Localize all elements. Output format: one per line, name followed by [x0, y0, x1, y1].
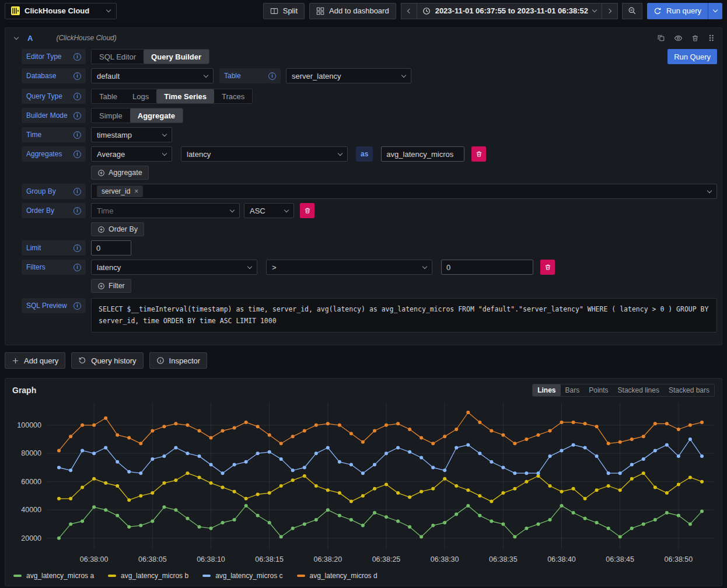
add-aggregate-button[interactable]: Aggregate — [91, 166, 149, 180]
time-row: Time timestamp — [22, 127, 717, 142]
time-range-forward-button[interactable] — [602, 3, 618, 19]
zoom-out-button[interactable] — [622, 3, 642, 19]
editor-type-toggle: SQL Editor Query Builder — [91, 49, 209, 64]
time-range-button[interactable]: 2023-11-01 06:37:55 to 2023-11-01 06:38:… — [417, 3, 602, 19]
add-to-dashboard-label: Add to dashboard — [329, 6, 389, 15]
info-icon — [74, 72, 81, 80]
group-by-tag: server_id× — [97, 186, 143, 197]
drag-handle-icon[interactable] — [708, 34, 715, 42]
svg-text:06:38:40: 06:38:40 — [547, 555, 576, 564]
limit-input[interactable] — [91, 240, 131, 256]
aggregate-column-select[interactable]: latency — [181, 146, 348, 162]
editor-run-query-button[interactable]: Run Query — [667, 49, 717, 64]
query-ref-id: A — [27, 34, 33, 43]
query-history-button[interactable]: Query history — [71, 352, 143, 369]
datasource-picker[interactable]: ClickHouse Cloud — [5, 3, 117, 19]
chevron-down-icon — [707, 188, 712, 192]
add-filter-button[interactable]: Filter — [91, 279, 131, 293]
svg-text:06:38:00: 06:38:00 — [80, 555, 109, 564]
builder-mode-aggregate[interactable]: Aggregate — [130, 108, 183, 123]
collapse-query-button[interactable] — [12, 35, 20, 41]
filter-value-input[interactable] — [441, 260, 533, 275]
filter-field-select[interactable]: latency — [91, 260, 257, 275]
remove-order-by-button[interactable] — [300, 203, 314, 218]
time-range-back-button[interactable] — [401, 3, 417, 19]
run-query-button[interactable]: Run query — [647, 3, 708, 19]
remove-filter-button[interactable] — [540, 260, 555, 275]
graph-mode-stacked-bars[interactable]: Stacked bars — [664, 384, 714, 396]
query-type-table[interactable]: Table — [92, 89, 125, 103]
add-to-dashboard-button[interactable]: Add to dashboard — [309, 3, 396, 19]
legend-item[interactable]: avg_latency_micros b — [108, 572, 188, 580]
run-query-split-button: Run query — [647, 3, 722, 19]
order-by-label: Order By — [22, 203, 86, 218]
delete-query-trash-icon[interactable] — [691, 34, 699, 42]
aggregate-function-select[interactable]: Average — [91, 146, 172, 162]
sql-preview-label: SQL Preview — [22, 298, 86, 313]
graph-mode-stacked-lines[interactable]: Stacked lines — [613, 384, 664, 396]
svg-text:06:38:35: 06:38:35 — [489, 555, 518, 564]
info-icon — [74, 112, 81, 120]
refresh-icon — [653, 7, 662, 15]
add-aggregate-row: Aggregate — [91, 166, 717, 180]
time-column-select[interactable]: timestamp — [91, 127, 172, 142]
graph-mode-points[interactable]: Points — [584, 384, 613, 396]
group-by-label: Group By — [22, 184, 86, 199]
legend-item[interactable]: avg_latency_micros d — [297, 572, 378, 580]
svg-text:20000: 20000 — [21, 534, 41, 542]
chevron-down-icon — [713, 8, 718, 12]
builder-mode-simple[interactable]: Simple — [92, 108, 130, 123]
chevron-down-icon — [338, 150, 342, 155]
clickhouse-logo-icon — [11, 6, 20, 15]
query-type-traces[interactable]: Traces — [214, 89, 252, 103]
graph-mode-bars[interactable]: Bars — [561, 384, 585, 396]
add-order-by-button[interactable]: Order By — [91, 222, 144, 236]
editor-type-query-builder[interactable]: Query Builder — [144, 50, 209, 64]
builder-mode-toggle: Simple Aggregate — [91, 108, 183, 123]
order-by-direction-select[interactable]: ASC — [244, 203, 294, 218]
info-icon — [74, 93, 81, 100]
graph-mode-lines[interactable]: Lines — [533, 384, 560, 396]
builder-mode-label: Builder Mode — [22, 108, 86, 123]
editor-type-sql-editor[interactable]: SQL Editor — [92, 50, 144, 64]
legend-item[interactable]: avg_latency_micros c — [202, 572, 282, 580]
chevron-left-icon — [407, 8, 411, 13]
editor-run-query-label: Run Query — [674, 52, 711, 61]
split-button[interactable]: Split — [263, 3, 305, 19]
aggregate-alias-input[interactable] — [381, 146, 464, 162]
datasource-name: ClickHouse Cloud — [25, 6, 89, 15]
inspector-button[interactable]: Inspector — [149, 352, 207, 369]
query-type-logs[interactable]: Logs — [125, 89, 156, 103]
chevron-down-icon — [106, 8, 111, 12]
plus-circle-icon — [97, 226, 105, 233]
database-select[interactable]: default — [91, 68, 214, 83]
editor-type-row: Editor Type SQL Editor Query Builder Run… — [22, 49, 717, 64]
group-by-select[interactable]: server_id× — [91, 184, 717, 199]
info-icon — [268, 72, 276, 80]
editor-type-label: Editor Type — [22, 49, 86, 64]
hide-query-eye-icon[interactable] — [674, 34, 683, 43]
sql-preview-row: SQL Preview SELECT $__timeInterval(times… — [22, 298, 717, 332]
history-icon — [78, 356, 86, 365]
add-query-button[interactable]: Add query — [5, 352, 65, 369]
database-label: Database — [22, 68, 86, 83]
chart-svg[interactable]: 2000040000600008000010000006:38:0006:38:… — [5, 397, 722, 572]
query-datasource-hint: (ClickHouse Cloud) — [56, 34, 116, 42]
graph-title: Graph — [12, 386, 36, 395]
group-by-row: Group By server_id× — [22, 184, 717, 199]
query-type-time-series[interactable]: Time Series — [156, 89, 214, 103]
order-by-row: Order By Time ASC — [22, 203, 717, 218]
legend-swatch — [297, 575, 305, 577]
time-range-label: 2023-11-01 06:37:55 to 2023-11-01 06:38:… — [435, 6, 588, 15]
remove-aggregate-button[interactable] — [471, 146, 486, 162]
svg-text:06:38:05: 06:38:05 — [138, 555, 167, 564]
table-select[interactable]: server_latency — [286, 68, 411, 83]
filter-operator-select[interactable]: > — [266, 260, 432, 275]
plus-circle-icon — [97, 282, 105, 290]
legend-item[interactable]: avg_latency_micros a — [13, 572, 94, 580]
order-by-field-select[interactable]: Time — [91, 203, 240, 218]
duplicate-query-icon[interactable] — [657, 34, 665, 42]
chevron-down-icon — [230, 207, 235, 212]
remove-tag-icon[interactable]: × — [134, 188, 138, 195]
run-query-dropdown-button[interactable] — [708, 3, 722, 19]
